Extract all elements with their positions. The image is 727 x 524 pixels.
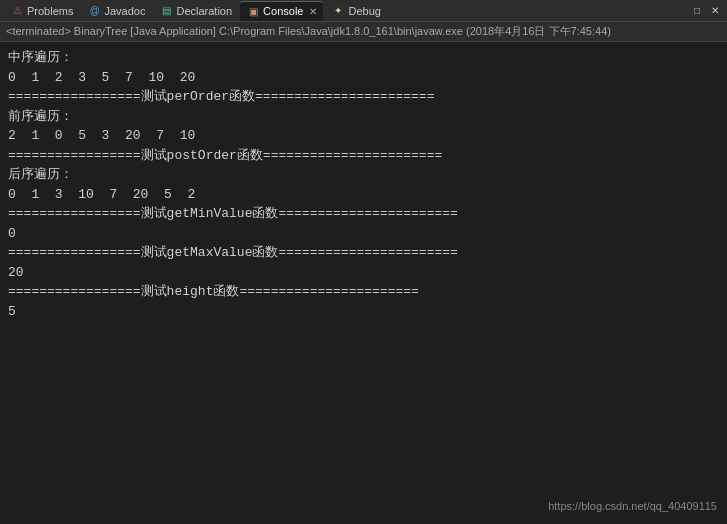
declaration-icon: ▤ — [159, 4, 173, 18]
status-bar: <terminated> BinaryTree [Java Applicatio… — [0, 22, 727, 42]
problems-icon: ⚠ — [10, 4, 24, 18]
console-line: =================测试postOrder函数==========… — [8, 146, 719, 166]
tab-problems[interactable]: ⚠ Problems — [4, 1, 79, 21]
console-line: 前序遍历： — [8, 107, 719, 127]
tab-declaration-label: Declaration — [176, 5, 232, 17]
console-line: =================测试height函数=============… — [8, 282, 719, 302]
tab-declaration[interactable]: ▤ Declaration — [153, 1, 238, 21]
close-button[interactable]: ✕ — [707, 3, 723, 19]
console-line: 5 — [8, 302, 719, 322]
tab-console-close[interactable]: ✕ — [309, 6, 317, 17]
tab-javadoc[interactable]: @ Javadoc — [81, 1, 151, 21]
tab-console[interactable]: ▣ Console ✕ — [240, 1, 323, 21]
console-line: =================测试getMinValue函数========… — [8, 204, 719, 224]
console-line: 20 — [8, 263, 719, 283]
console-line: 0 1 3 10 7 20 5 2 — [8, 185, 719, 205]
minimize-button[interactable]: □ — [689, 3, 705, 19]
tab-bar: ⚠ Problems @ Javadoc ▤ Declaration ▣ Con… — [0, 0, 727, 22]
console-line: 0 — [8, 224, 719, 244]
console-line: 0 1 2 3 5 7 10 20 — [8, 68, 719, 88]
console-line: 后序遍历： — [8, 165, 719, 185]
status-text: <terminated> BinaryTree [Java Applicatio… — [6, 24, 611, 39]
tab-problems-label: Problems — [27, 5, 73, 17]
tab-debug[interactable]: ✦ Debug — [325, 1, 386, 21]
tab-debug-label: Debug — [348, 5, 380, 17]
console-area[interactable]: 中序遍历：0 1 2 3 5 7 10 20=================测… — [0, 42, 727, 524]
tab-javadoc-label: Javadoc — [104, 5, 145, 17]
console-line: 2 1 0 5 3 20 7 10 — [8, 126, 719, 146]
console-icon: ▣ — [246, 4, 260, 18]
console-line: =================测试getMaxValue函数========… — [8, 243, 719, 263]
debug-icon: ✦ — [331, 4, 345, 18]
console-line: =================测试perOrder函数===========… — [8, 87, 719, 107]
tab-console-label: Console — [263, 5, 303, 17]
watermark: https://blog.csdn.net/qq_40409115 — [548, 498, 717, 515]
javadoc-icon: @ — [87, 4, 101, 18]
console-line: 中序遍历： — [8, 48, 719, 68]
